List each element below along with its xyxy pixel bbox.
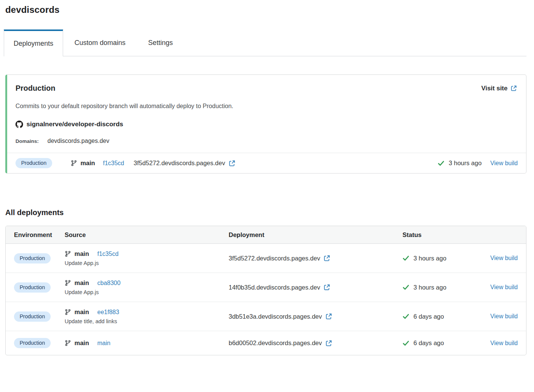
commit-link[interactable]: f1c35cd xyxy=(103,160,124,167)
tab-custom-domains-label: Custom domains xyxy=(74,39,125,47)
column-source: Source xyxy=(65,231,229,239)
external-link-icon[interactable] xyxy=(229,160,235,167)
commit-message: Update App.js xyxy=(65,289,229,295)
status-time: 3 hours ago xyxy=(413,284,446,291)
commit-link[interactable]: ee1f883 xyxy=(98,309,119,316)
status-time: 6 days ago xyxy=(413,313,444,320)
column-environment: Environment xyxy=(14,231,65,239)
deployments-table: Environment Source Deployment Status Pro… xyxy=(5,226,526,355)
pages-project-page: devdiscords Deployments Custom domains S… xyxy=(0,0,534,355)
tab-deployments-label: Deployments xyxy=(14,40,53,48)
check-icon xyxy=(438,160,444,167)
visit-site-label: Visit site xyxy=(481,85,508,92)
commit-link[interactable]: cba8300 xyxy=(98,280,121,287)
check-icon xyxy=(402,340,409,347)
git-branch-icon xyxy=(65,309,71,315)
check-icon xyxy=(402,313,409,320)
tab-custom-domains[interactable]: Custom domains xyxy=(63,29,137,56)
production-card-title: Production xyxy=(15,84,56,93)
table-row: Production main main b6d00502.devdiscord… xyxy=(6,331,526,355)
repo-link[interactable]: signalnerve/developer-discords xyxy=(15,121,517,128)
external-link-icon[interactable] xyxy=(325,313,332,320)
view-build-link[interactable]: View build xyxy=(490,313,518,319)
deployment-url: 3f5d5272.devdiscords.pages.dev xyxy=(229,255,320,262)
deployment-url: 3db51e3a.devdiscords.pages.dev xyxy=(229,313,322,320)
table-row: Production main f1c35cd Update App.js 3f… xyxy=(6,244,526,273)
branch-name: main xyxy=(74,308,89,316)
visit-site-link[interactable]: Visit site xyxy=(481,85,517,92)
tab-settings-label: Settings xyxy=(148,39,173,47)
check-icon xyxy=(402,284,409,291)
status-time: 3 hours ago xyxy=(413,255,446,262)
table-row: Production main ee1f883 Update title, ad… xyxy=(6,302,526,331)
git-branch-icon xyxy=(65,340,71,346)
tab-settings[interactable]: Settings xyxy=(137,29,184,56)
external-link-icon[interactable] xyxy=(323,284,330,291)
commit-link[interactable]: main xyxy=(98,340,111,347)
branch-name: main xyxy=(80,160,95,167)
git-branch-icon xyxy=(65,251,71,257)
column-deployment: Deployment xyxy=(229,231,402,239)
github-icon xyxy=(15,121,23,128)
commit-message: Update App.js xyxy=(65,260,229,266)
external-link-icon[interactable] xyxy=(323,255,330,262)
external-link-icon xyxy=(511,85,517,91)
check-icon xyxy=(402,255,409,262)
view-build-link[interactable]: View build xyxy=(490,284,518,290)
external-link-icon[interactable] xyxy=(325,340,332,347)
all-deployments-heading: All deployments xyxy=(5,208,526,217)
column-status: Status xyxy=(402,231,476,239)
deployment-url: 3f5d5272.devdiscords.pages.dev xyxy=(134,160,225,167)
git-branch-icon xyxy=(65,280,71,286)
environment-badge: Production xyxy=(14,311,51,322)
deployment-url: 14f0b35d.devdiscords.pages.dev xyxy=(229,284,320,291)
view-build-link[interactable]: View build xyxy=(490,255,518,261)
domains-value: devdiscords.pages.dev xyxy=(48,138,110,144)
table-header-row: Environment Source Deployment Status xyxy=(6,226,526,244)
commit-link[interactable]: f1c35cd xyxy=(98,251,119,257)
status-time: 3 hours ago xyxy=(449,160,481,167)
git-branch-icon xyxy=(71,160,77,166)
production-card: Production Visit site Commits to your de… xyxy=(5,74,526,174)
page-title: devdiscords xyxy=(5,5,526,15)
production-description: Commits to your default repository branc… xyxy=(15,103,517,110)
environment-badge: Production xyxy=(15,158,52,168)
environment-badge: Production xyxy=(14,282,51,293)
branch-name: main xyxy=(74,279,89,287)
branch-name: main xyxy=(74,250,89,257)
view-build-link[interactable]: View build xyxy=(490,160,518,167)
deployment-url: b6d00502.devdiscords.pages.dev xyxy=(229,339,322,347)
branch-name: main xyxy=(74,339,89,347)
repo-name: signalnerve/developer-discords xyxy=(26,121,123,128)
status-time: 6 days ago xyxy=(413,339,444,347)
environment-badge: Production xyxy=(14,253,51,263)
domains-label: Domains: xyxy=(15,138,39,144)
commit-message: Update title, add links xyxy=(65,318,229,324)
view-build-link[interactable]: View build xyxy=(490,340,518,346)
table-row: Production main cba8300 Update App.js 14… xyxy=(6,273,526,302)
production-deployment-row: Production main f1c35cd 3f5d5272.devdisc… xyxy=(7,153,526,173)
tab-bar: Deployments Custom domains Settings xyxy=(5,29,526,56)
environment-badge: Production xyxy=(14,338,51,348)
tab-deployments[interactable]: Deployments xyxy=(4,29,63,56)
